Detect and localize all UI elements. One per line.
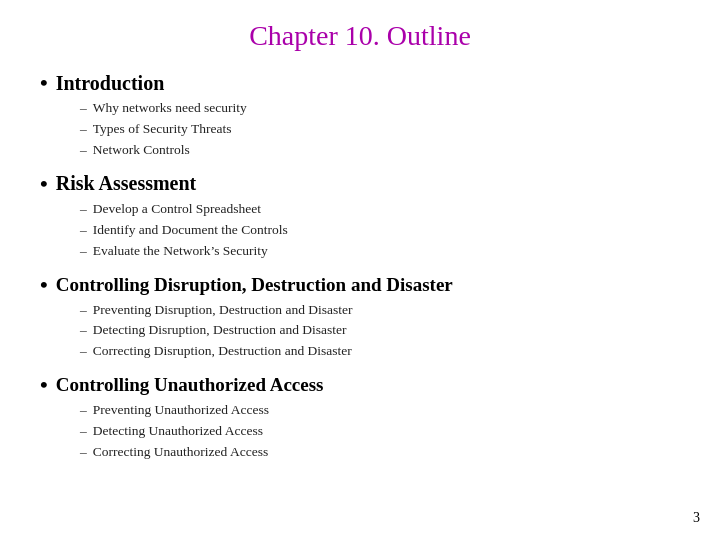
dash-icon: –: [80, 442, 87, 463]
sub-item-1-0: –Develop a Control Spreadsheet: [80, 199, 680, 220]
section-header-0: •Introduction: [40, 70, 680, 96]
sub-item-0-1: –Types of Security Threats: [80, 119, 680, 140]
section-header-text-0: Introduction: [56, 72, 165, 95]
section-0: •Introduction–Why networks need security…: [40, 70, 680, 161]
section-header-2: •Controlling Disruption, Destruction and…: [40, 272, 680, 298]
dash-icon: –: [80, 341, 87, 362]
page-number: 3: [693, 510, 700, 526]
sub-item-text-2-2: Correcting Disruption, Destruction and D…: [93, 341, 352, 362]
sub-items-1: –Develop a Control Spreadsheet–Identify …: [80, 199, 680, 262]
sub-item-text-0-1: Types of Security Threats: [93, 119, 232, 140]
sub-item-0-2: –Network Controls: [80, 140, 680, 161]
section-header-text-3: Controlling Unauthorized Access: [56, 374, 324, 396]
dash-icon: –: [80, 320, 87, 341]
bullet-icon: •: [40, 171, 48, 197]
slide-title: Chapter 10. Outline: [40, 20, 680, 52]
section-1: •Risk Assessment–Develop a Control Sprea…: [40, 171, 680, 262]
sub-items-0: –Why networks need security–Types of Sec…: [80, 98, 680, 161]
sub-item-text-2-0: Preventing Disruption, Destruction and D…: [93, 300, 353, 321]
sub-item-2-0: –Preventing Disruption, Destruction and …: [80, 300, 680, 321]
sub-items-2: –Preventing Disruption, Destruction and …: [80, 300, 680, 363]
section-header-text-2: Controlling Disruption, Destruction and …: [56, 274, 453, 296]
bullet-icon: •: [40, 272, 48, 298]
section-header-1: •Risk Assessment: [40, 171, 680, 197]
sub-item-3-1: –Detecting Unauthorized Access: [80, 421, 680, 442]
sub-item-3-2: –Correcting Unauthorized Access: [80, 442, 680, 463]
sub-item-text-1-2: Evaluate the Network’s Security: [93, 241, 268, 262]
sub-item-1-2: –Evaluate the Network’s Security: [80, 241, 680, 262]
sub-item-0-0: –Why networks need security: [80, 98, 680, 119]
sub-item-text-3-0: Preventing Unauthorized Access: [93, 400, 269, 421]
bullet-icon: •: [40, 372, 48, 398]
section-3: •Controlling Unauthorized Access–Prevent…: [40, 372, 680, 463]
section-2: •Controlling Disruption, Destruction and…: [40, 272, 680, 363]
dash-icon: –: [80, 140, 87, 161]
dash-icon: –: [80, 300, 87, 321]
sub-item-3-0: –Preventing Unauthorized Access: [80, 400, 680, 421]
sections-container: •Introduction–Why networks need security…: [40, 70, 680, 473]
sub-item-text-3-1: Detecting Unauthorized Access: [93, 421, 263, 442]
dash-icon: –: [80, 400, 87, 421]
sub-item-text-3-2: Correcting Unauthorized Access: [93, 442, 268, 463]
dash-icon: –: [80, 119, 87, 140]
dash-icon: –: [80, 98, 87, 119]
sub-item-text-2-1: Detecting Disruption, Destruction and Di…: [93, 320, 347, 341]
dash-icon: –: [80, 199, 87, 220]
sub-item-text-0-2: Network Controls: [93, 140, 190, 161]
bullet-icon: •: [40, 70, 48, 96]
sub-item-2-1: –Detecting Disruption, Destruction and D…: [80, 320, 680, 341]
sub-item-text-0-0: Why networks need security: [93, 98, 247, 119]
section-header-3: •Controlling Unauthorized Access: [40, 372, 680, 398]
dash-icon: –: [80, 421, 87, 442]
sub-item-text-1-0: Develop a Control Spreadsheet: [93, 199, 261, 220]
sub-items-3: –Preventing Unauthorized Access–Detectin…: [80, 400, 680, 463]
slide: Chapter 10. Outline •Introduction–Why ne…: [0, 0, 720, 540]
sub-item-1-1: –Identify and Document the Controls: [80, 220, 680, 241]
sub-item-text-1-1: Identify and Document the Controls: [93, 220, 288, 241]
dash-icon: –: [80, 241, 87, 262]
sub-item-2-2: –Correcting Disruption, Destruction and …: [80, 341, 680, 362]
section-header-text-1: Risk Assessment: [56, 172, 197, 195]
dash-icon: –: [80, 220, 87, 241]
